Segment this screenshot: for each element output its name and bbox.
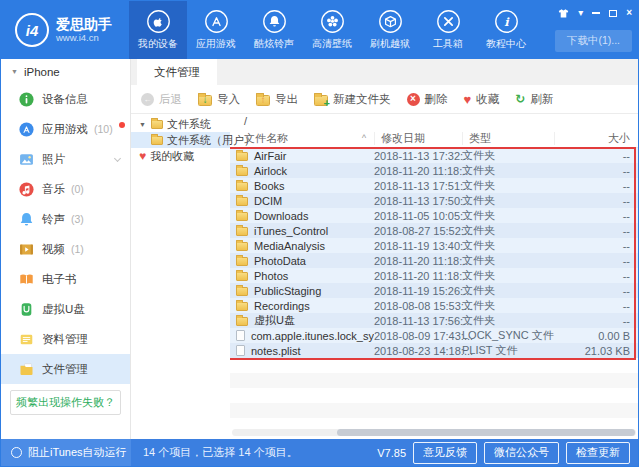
file-toolbar: 后退 导入 导出 新建文件夹 删除 收藏 [131,85,638,114]
tree-item[interactable]: 文件系统（用户） [131,132,230,148]
block-itunes-toggle[interactable]: 阻止iTunes自动运行 [1,439,131,466]
sidebar-item-label: 虚拟U盘 [42,302,85,317]
file-type: 文件夹 [462,268,554,283]
file-date: 2018-11-19 15:26:... [374,285,462,297]
nav-item[interactable]: 酷炫铃声 [245,1,303,59]
file-type: 文件夹 [462,208,554,223]
sidebar-item[interactable]: 铃声 (3) [1,204,130,234]
sidebar-item[interactable]: 文件管理 [1,354,130,384]
sidebar-item[interactable]: 照片 [1,144,130,174]
table-row[interactable]: Recordings 2018-08-08 15:53:... 文件夹 -- [230,298,638,313]
folder-icon [236,212,248,221]
file-name: PhotoData [254,255,306,267]
toolbar-button[interactable]: 后退 [141,92,182,107]
table-row[interactable]: iTunes_Control 2018-08-27 15:52:... 文件夹 … [230,223,638,238]
device-info-icon [19,92,34,107]
table-row[interactable]: com.apple.itunes.lock_sync 2018-08-09 17… [230,328,638,343]
table-row[interactable]: DCIM 2018-11-13 17:50:... 文件夹 -- [230,193,638,208]
table-row[interactable]: 虚拟U盘 2018-11-13 17:56:... 文件夹 -- [230,313,638,328]
file-size: -- [554,240,638,252]
table-row[interactable]: Airlock 2018-11-20 11:18:... 文件夹 -- [230,163,638,178]
path-bar[interactable]: / [230,114,638,129]
tree-item[interactable]: 文件系统 [131,116,230,132]
file-type: 文件夹 [462,253,554,268]
toolbar-button-label: 导出 [275,92,298,107]
file-type: 文件夹 [462,163,554,178]
table-row[interactable]: Books 2018-11-13 17:51:... 文件夹 -- [230,178,638,193]
toolbar-button[interactable]: 刷新 [515,92,553,107]
sidebar-item[interactable]: 资料管理 [1,324,130,354]
toolbar-button[interactable]: 导出 [256,92,298,107]
horizontal-scrollbar [232,429,636,436]
music-icon [19,182,34,197]
column-header-name[interactable]: 文件名称 [230,131,374,146]
file-list-panel: / 文件名称 修改日期 类型 大小 AirFair [230,114,638,439]
nav-item[interactable]: 我的设备 [129,1,187,59]
menu-icon[interactable]: ▾ [578,6,583,20]
table-row[interactable]: AirFair 2018-11-13 17:32:... 文件夹 -- [230,148,638,163]
nav-item[interactable]: 刷机越狱 [361,1,419,59]
nav-item[interactable]: 工具箱 [419,1,477,59]
nav-item-label: 应用游戏 [196,37,236,51]
file-size: -- [554,210,638,222]
tree-caret-icon [139,121,147,128]
sidebar-item[interactable]: 电子书 [1,264,130,294]
app-store-icon [204,9,229,34]
sidebar-item[interactable]: 虚拟U盘 [1,294,130,324]
file-type: 文件夹 [462,298,554,313]
file-type: 文件夹 [462,223,554,238]
file-name: Downloads [254,210,308,222]
toolbar-button[interactable]: 删除 [407,92,448,107]
sidebar-item-label: 文件管理 [42,362,88,377]
export-icon [256,95,270,106]
status-button[interactable]: 微信公众号 [484,442,559,464]
table-row[interactable]: MediaAnalysis 2018-11-19 13:40:... 文件夹 -… [230,238,638,253]
file-type: 文件夹 [462,178,554,193]
column-header-size[interactable]: 大小 [554,132,638,145]
minimize-icon[interactable] [592,12,600,14]
file-size: -- [554,315,638,327]
table-row[interactable]: Downloads 2018-11-05 10:05:... 文件夹 -- [230,208,638,223]
nav-item[interactable]: 高清壁纸 [303,1,361,59]
file-size: -- [554,300,638,312]
file-date: 2018-08-27 15:52:... [374,225,462,237]
toolbar-button[interactable]: 收藏 [464,92,500,107]
status-button[interactable]: 检查更新 [566,442,630,464]
sidebar-item-count: (1) [71,243,84,255]
maximize-icon[interactable] [609,10,617,17]
tree-item[interactable]: 我的收藏 [131,148,230,164]
toolbar-button-label: 新建文件夹 [333,92,391,107]
help-button[interactable]: 频繁出现操作失败？ [10,390,121,415]
sidebar-item[interactable]: 音乐 (0) [1,174,130,204]
table-header: 文件名称 修改日期 类型 大小 [230,129,638,148]
table-row[interactable]: PublicStaging 2018-11-19 15:26:... 文件夹 -… [230,283,638,298]
favorite-icon [464,93,472,106]
table-row[interactable]: PhotoData 2018-11-20 11:18:... 文件夹 -- [230,253,638,268]
file-name: Photos [254,270,288,282]
folder-icon [236,302,248,311]
close-icon[interactable]: × [626,6,632,20]
download-center-button[interactable]: 下载中(1)... [555,30,632,52]
sidebar-item[interactable]: 应用游戏 (10) [1,114,130,144]
tab-file-manager[interactable]: 文件管理 [137,59,217,85]
data-manage-icon [19,332,34,347]
sidebar-item-label: 照片 [42,152,65,167]
device-selector[interactable]: iPhone [1,59,130,84]
column-header-date[interactable]: 修改日期 [374,132,462,145]
toolbar-button-label: 刷新 [530,92,553,107]
toolbox-icon [436,9,461,34]
sidebar-item[interactable]: 设备信息 [1,84,130,114]
sidebar-item-count: (0) [71,183,84,195]
skin-icon[interactable] [558,9,569,18]
column-header-type[interactable]: 类型 [462,132,554,145]
toolbar-button[interactable]: 导入 [198,92,240,107]
table-row[interactable]: Photos 2018-11-20 11:18:... 文件夹 -- [230,268,638,283]
table-row[interactable]: notes.plist 2018-08-23 14:18:... PLIST 文… [230,343,638,358]
sidebar-item[interactable]: 视频 (1) [1,234,130,264]
status-button[interactable]: 意见反馈 [413,442,477,464]
folder-icon [236,287,248,296]
main-nav: 我的设备 应用游戏 酷炫铃声 高清壁纸 刷机越狱 工具箱 [129,1,535,59]
nav-item[interactable]: 应用游戏 [187,1,245,59]
scrollbar-thumb[interactable] [337,429,635,436]
toolbar-button[interactable]: 新建文件夹 [314,92,391,107]
